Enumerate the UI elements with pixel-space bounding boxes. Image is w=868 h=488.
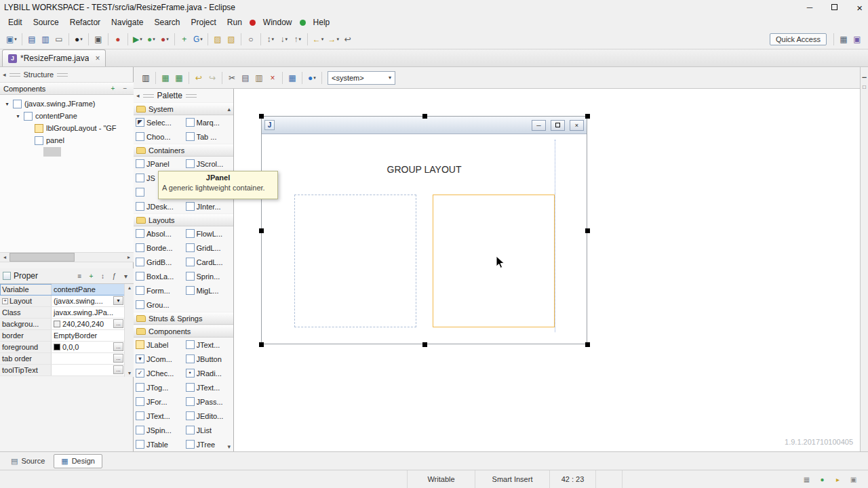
- palette-item[interactable]: GridL...: [184, 241, 234, 255]
- expand-all-button[interactable]: +: [108, 84, 118, 94]
- resize-handle[interactable]: [585, 228, 590, 233]
- palette-scroll-up-icon[interactable]: ▴: [227, 106, 231, 113]
- property-value[interactable]: (javax.swing....▾: [52, 296, 124, 306]
- palette-category-layouts[interactable]: Layouts: [134, 214, 233, 226]
- palette-item[interactable]: JTable: [134, 437, 184, 451]
- palette-item[interactable]: JText...: [134, 409, 184, 423]
- console-button[interactable]: ▣: [92, 32, 105, 47]
- property-row[interactable]: foreground0,0,0...: [0, 342, 124, 353]
- annotations-button[interactable]: ↕▾: [264, 32, 277, 47]
- console-status-icon[interactable]: ▣: [848, 474, 859, 484]
- palette-item[interactable]: JPass...: [184, 394, 234, 409]
- property-value[interactable]: 0,0,0...: [52, 342, 124, 352]
- ellipsis-button[interactable]: ...: [113, 365, 123, 374]
- tree-item[interactable]: lblGroupLayout - "GF: [0, 122, 134, 134]
- palette-scroll-down-icon[interactable]: ▾: [227, 443, 231, 450]
- maximize-icon[interactable]: [831, 3, 837, 12]
- palette-category-struts-springs[interactable]: Struts & Springs: [134, 312, 233, 325]
- collapse-panel-icon[interactable]: ◂: [3, 71, 6, 78]
- jframe-content-pane[interactable]: GROUP LAYOUT: [262, 134, 587, 344]
- scrollbar-track[interactable]: [9, 253, 124, 262]
- structure-toggle-button[interactable]: ▥: [139, 70, 153, 85]
- save-button[interactable]: ▤: [25, 32, 39, 47]
- menu-project[interactable]: Project: [185, 16, 221, 29]
- palette-item[interactable]: JInter...: [184, 199, 234, 214]
- property-value[interactable]: 240,240,240...: [52, 319, 124, 329]
- api-tools-icon[interactable]: ▦: [802, 474, 812, 484]
- scroll-right-icon[interactable]: ▸: [124, 254, 134, 260]
- property-row[interactable]: toolTipText...: [0, 365, 124, 376]
- forward-button[interactable]: →▾: [326, 32, 341, 47]
- palette-item[interactable]: GridB...: [134, 255, 184, 269]
- palette-item[interactable]: Sprin...: [184, 269, 234, 283]
- delete-button[interactable]: ×: [266, 70, 279, 85]
- locale-globe-button[interactable]: ●▾: [305, 70, 319, 85]
- palette-item[interactable]: FlowL...: [184, 226, 234, 241]
- property-value[interactable]: contentPane: [52, 284, 124, 295]
- design-canvas[interactable]: J ─ × GROUP LAYOUT 1.9.1.201710100405: [234, 89, 860, 451]
- property-value[interactable]: javax.swing.JPa...: [52, 307, 124, 318]
- close-icon[interactable]: ×: [856, 3, 863, 13]
- refresh-button[interactable]: ▦: [172, 70, 186, 85]
- progress-icon[interactable]: ▸: [833, 474, 843, 484]
- paste-button[interactable]: ▥: [252, 70, 266, 85]
- property-row[interactable]: +Layout(javax.swing....▾: [0, 296, 124, 307]
- scrollbar-thumb[interactable]: [9, 253, 75, 262]
- palette-item[interactable]: ▾JCom...: [134, 352, 184, 366]
- coverage-button[interactable]: ▶▾: [131, 32, 144, 47]
- right-panel-selected[interactable]: [433, 195, 555, 327]
- sort-button[interactable]: ↕: [98, 271, 108, 281]
- property-row[interactable]: tab order...: [0, 353, 124, 365]
- palette-item[interactable]: JTree: [184, 437, 234, 451]
- maximize-view-icon[interactable]: □: [863, 85, 866, 90]
- run-button[interactable]: ●▾: [144, 32, 158, 47]
- palette-item[interactable]: JSpin...: [134, 423, 184, 437]
- print-button[interactable]: ▭: [52, 32, 66, 47]
- cut-button[interactable]: ✂: [225, 70, 239, 85]
- menu-navigate[interactable]: Navigate: [106, 16, 149, 29]
- palette-item[interactable]: JText...: [184, 380, 234, 394]
- tree-expander-icon[interactable]: ▾: [15, 113, 21, 119]
- palette-item[interactable]: MigL...: [184, 283, 234, 298]
- debug-button[interactable]: ●▾: [158, 32, 172, 47]
- scroll-left-icon[interactable]: ◂: [0, 254, 9, 260]
- palette-item[interactable]: JButton: [184, 352, 234, 366]
- undo-button[interactable]: ↩: [192, 70, 205, 85]
- dropdown-button[interactable]: ▾: [113, 296, 123, 305]
- back-button[interactable]: ←▾: [311, 32, 326, 47]
- open-perspective-button[interactable]: ▦: [837, 32, 850, 47]
- resize-handle[interactable]: [259, 228, 264, 233]
- advanced-properties-button[interactable]: +: [86, 271, 96, 281]
- palette-item[interactable]: •JRadi...: [184, 366, 234, 380]
- palette-category-containers[interactable]: Containers: [134, 144, 233, 157]
- resize-handle[interactable]: [422, 114, 427, 119]
- system-combo[interactable]: <system> ▾: [328, 71, 395, 85]
- resize-handle[interactable]: [259, 342, 264, 347]
- jframe-preview[interactable]: J ─ × GROUP LAYOUT: [261, 116, 587, 344]
- menu-refactor[interactable]: Refactor: [64, 16, 106, 29]
- goto-definition-button[interactable]: ≡: [75, 271, 85, 281]
- palette-item[interactable]: Tab ...: [184, 129, 234, 144]
- tree-item[interactable]: panel: [0, 134, 134, 146]
- property-row[interactable]: Classjavax.swing.JPa...: [0, 307, 124, 319]
- palette-item[interactable]: Borde...: [134, 241, 184, 255]
- palette-item[interactable]: JList: [184, 423, 234, 437]
- show-events-button[interactable]: ƒ: [109, 271, 119, 281]
- ellipsis-button[interactable]: ...: [113, 319, 123, 328]
- frame-minimize-icon[interactable]: ─: [532, 120, 546, 131]
- palette-category-components[interactable]: Components: [134, 325, 233, 338]
- resize-handle[interactable]: [259, 114, 264, 119]
- ellipsis-button[interactable]: ...: [113, 342, 123, 351]
- table-button[interactable]: ▦: [285, 70, 299, 85]
- palette-item[interactable]: Form...: [134, 283, 184, 298]
- menu-window[interactable]: Window: [258, 16, 298, 29]
- left-panel[interactable]: [294, 195, 416, 327]
- menu-help[interactable]: Help: [308, 16, 336, 29]
- status-ok-icon[interactable]: ●: [817, 474, 827, 484]
- play-macro-icon[interactable]: [300, 20, 306, 26]
- new-wizard-button[interactable]: ▣▾: [4, 32, 19, 47]
- tree-expander-icon[interactable]: ▾: [4, 101, 10, 107]
- minimize-icon[interactable]: ─: [807, 3, 813, 12]
- quick-access-button[interactable]: Quick Access: [770, 33, 827, 45]
- palette-item[interactable]: JTog...: [134, 380, 184, 394]
